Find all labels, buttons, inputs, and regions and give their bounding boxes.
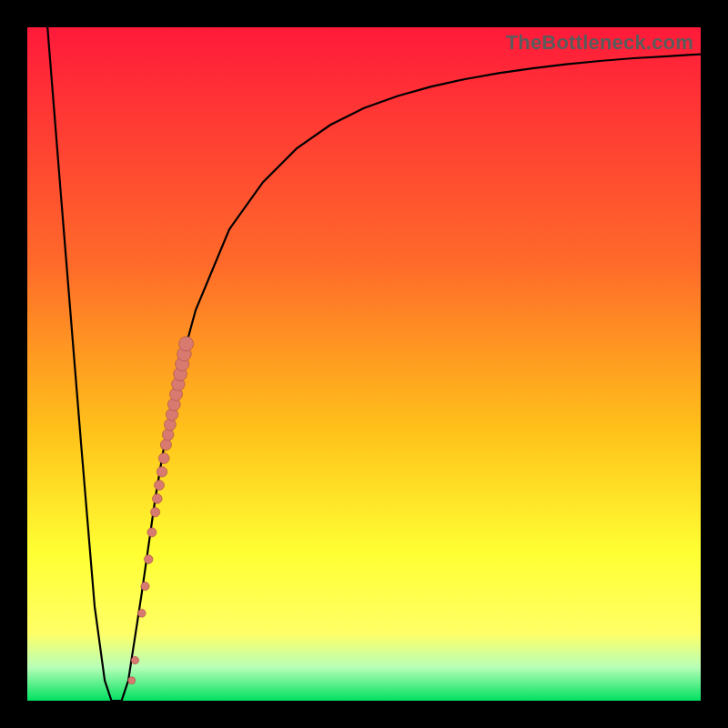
- data-marker: [151, 508, 160, 517]
- data-marker: [155, 480, 165, 490]
- data-marker: [147, 528, 157, 537]
- data-marker: [162, 429, 174, 440]
- gradient-background: [27, 27, 701, 701]
- data-marker: [131, 656, 138, 663]
- data-marker: [157, 467, 167, 477]
- watermark-text: TheBottleneck.com: [506, 31, 693, 55]
- data-marker: [141, 582, 149, 591]
- data-marker: [137, 609, 146, 617]
- data-marker: [128, 677, 136, 684]
- data-marker: [160, 440, 171, 450]
- plot-area: TheBottleneck.com: [27, 27, 701, 701]
- chart-frame: TheBottleneck.com: [0, 0, 728, 728]
- data-marker: [179, 337, 194, 351]
- chart-svg: [27, 27, 701, 701]
- data-marker: [144, 555, 153, 564]
- data-marker: [158, 453, 169, 464]
- data-marker: [153, 494, 163, 504]
